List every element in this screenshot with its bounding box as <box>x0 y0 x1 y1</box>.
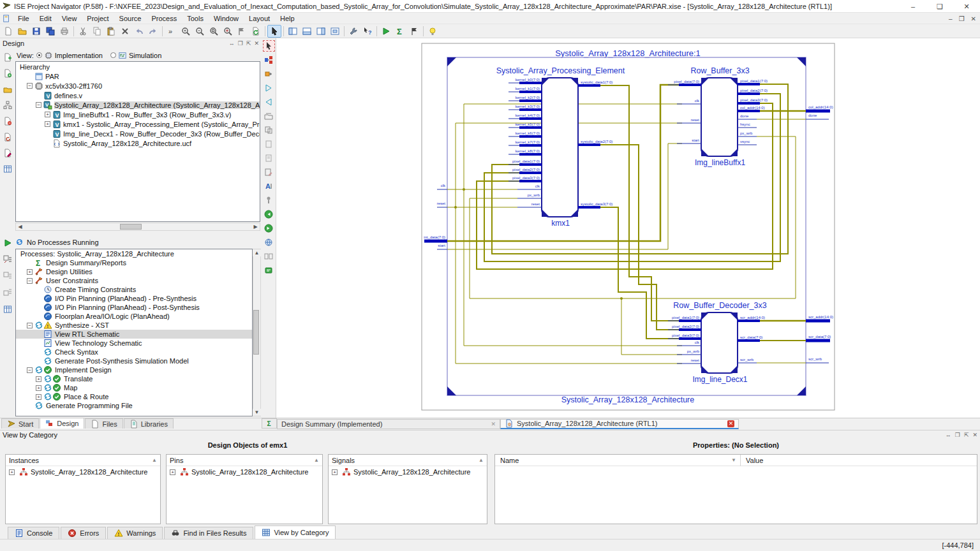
tree-item[interactable]: +Place & Route <box>16 392 252 401</box>
menu-help[interactable]: Help <box>275 14 300 23</box>
panel-close-icon[interactable]: ✕ <box>972 432 977 438</box>
collapse-icon[interactable]: − <box>27 367 33 373</box>
menu-window[interactable]: Window <box>209 14 244 23</box>
menu-file[interactable]: File <box>13 14 34 23</box>
hierarchy-blocks-button[interactable] <box>1 99 13 111</box>
port-stub[interactable] <box>806 320 830 323</box>
open-folder-button[interactable] <box>15 25 29 38</box>
mdi-close-button[interactable]: ✕ <box>971 15 976 22</box>
tree-item[interactable]: Generate Programming File <box>16 401 252 410</box>
menu-project[interactable]: Project <box>82 14 114 23</box>
menu-process[interactable]: Process <box>146 14 182 23</box>
sort-indicator-icon[interactable]: ▼ <box>731 457 740 463</box>
mdi-restore-button[interactable]: ❐ <box>959 15 965 22</box>
zoom-out-button[interactable] <box>193 25 207 38</box>
select-pointer-button[interactable] <box>263 40 275 52</box>
process-view-2-button[interactable] <box>1 270 13 282</box>
expand-icon[interactable]: + <box>45 121 50 127</box>
tree-item[interactable]: Floorplan Area/IO/Logic (PlanAhead) <box>16 312 252 321</box>
panel-tab-design[interactable]: Design <box>40 418 84 429</box>
panel-close-icon[interactable]: ✕ <box>254 40 259 47</box>
tree-item[interactable]: Systolic_Array_128x128_Architecture.ucf <box>16 138 260 148</box>
redo-button[interactable] <box>146 25 160 38</box>
collapse-icon[interactable]: − <box>36 102 41 108</box>
list-item[interactable]: +Systolic_Array_128x128_Architecture <box>6 466 160 478</box>
tree-item[interactable]: −!Synthesize - XST <box>16 321 252 330</box>
properties-value-column[interactable]: Value <box>741 457 977 464</box>
expand-icon[interactable]: + <box>170 469 175 475</box>
tree-item[interactable]: +Vkmx1 - Systolic_Array_Processing_Eleme… <box>16 119 260 129</box>
tree-item[interactable]: View Technology Schematic <box>16 339 252 348</box>
tree-item[interactable]: ΣDesign Summary/Reports <box>16 258 252 267</box>
window-minimize-button[interactable]: – <box>900 0 926 13</box>
save-button[interactable] <box>29 25 43 38</box>
run-play-button[interactable] <box>1 237 13 249</box>
sort-indicator-icon[interactable]: ▲ <box>314 457 319 463</box>
scroll-left-arrow[interactable]: ◀ <box>16 223 24 230</box>
shape-prev-button[interactable] <box>263 96 275 108</box>
tree-item[interactable]: Generate Post-Synthesis Simulation Model <box>16 356 252 365</box>
table-view-button[interactable] <box>1 304 13 315</box>
expand-icon[interactable]: + <box>9 469 15 475</box>
panel-float-icon[interactable]: ↔ <box>229 40 235 47</box>
edit-source-button[interactable] <box>1 147 13 159</box>
menu-view[interactable]: View <box>57 14 82 23</box>
scroll-thumb[interactable] <box>253 310 259 355</box>
tree-item[interactable]: −Implement Design <box>16 365 252 374</box>
panel-tab-libraries[interactable]: Libraries <box>124 418 174 429</box>
tree-item[interactable]: +Translate <box>16 374 252 383</box>
zoom-full-button[interactable] <box>221 25 235 38</box>
tree-item[interactable]: +Map <box>16 383 252 392</box>
scroll-thumb[interactable] <box>120 224 142 230</box>
panel-tab-files[interactable]: Files <box>85 418 122 429</box>
tree-item[interactable]: I/O Pin Planning (PlanAhead) - Post-Synt… <box>16 303 252 312</box>
scroll-right-arrow[interactable]: ▶ <box>251 223 260 230</box>
zoom-in-button[interactable] <box>179 25 193 38</box>
print-button[interactable] <box>57 25 71 38</box>
document-tab-2[interactable]: ⚙Systolic_Array_128x128_Architecture (RT… <box>500 419 739 429</box>
expand-icon[interactable]: + <box>36 376 41 382</box>
zoom-window-button[interactable] <box>207 25 221 38</box>
pane-split-button[interactable] <box>263 251 275 262</box>
list-item[interactable]: +Systolic_Array_128x128_Architecture <box>329 466 487 478</box>
folder-sheets-button[interactable] <box>263 110 275 122</box>
tree-item[interactable]: −VSystolic_Array_128x128_Architecture (S… <box>16 100 260 110</box>
document-tab-1[interactable]: Design Summary (Implemented)✕ <box>277 419 500 429</box>
menu-layout[interactable]: Layout <box>244 14 275 23</box>
port-stub[interactable] <box>424 240 447 243</box>
nav-forward-button[interactable] <box>263 223 275 234</box>
expand-icon[interactable]: + <box>36 385 41 391</box>
menu-tools[interactable]: Tools <box>182 14 209 23</box>
simulation-radio[interactable] <box>110 52 116 58</box>
run-play-button[interactable] <box>379 25 393 38</box>
collapse-icon[interactable]: − <box>27 323 33 328</box>
panel-maximize-icon[interactable]: ❐ <box>238 40 243 47</box>
tree-item[interactable]: +Design Utilities <box>16 267 252 276</box>
panel-float-icon[interactable]: ↔ <box>946 432 951 438</box>
page-edit-button[interactable] <box>263 166 275 178</box>
copy-button[interactable] <box>90 25 104 38</box>
collapse-icon[interactable]: − <box>27 83 33 89</box>
flag-target-button[interactable] <box>407 25 421 38</box>
sheet-page1-button[interactable] <box>263 138 275 150</box>
status-tab-find-in-files-results[interactable]: Find in Files Results <box>164 527 253 539</box>
panel-dock-icon[interactable]: ⇱ <box>246 40 251 47</box>
window-close-button[interactable]: ✕ <box>953 0 980 13</box>
status-tab-view-by-category[interactable]: View by Category <box>255 525 336 539</box>
schematic-viewport[interactable]: Systolic_Array_128x128_Architecture:1Sys… <box>262 38 980 418</box>
tab-close-icon[interactable]: ✕ <box>491 421 496 427</box>
rtl-hierarchy-button[interactable] <box>263 54 275 66</box>
rtl-schematic-canvas[interactable]: Systolic_Array_128x128_Architecture:1Sys… <box>276 38 980 418</box>
tree-item[interactable]: Vdefines.v <box>16 91 260 100</box>
refresh-view-button[interactable] <box>249 25 263 38</box>
menu-source[interactable]: Source <box>114 14 147 23</box>
panel-tab-start[interactable]: Start <box>1 418 39 429</box>
sheet-copy-button[interactable] <box>263 124 275 136</box>
menu-edit[interactable]: Edit <box>34 14 57 23</box>
pane-left-button[interactable] <box>286 25 300 38</box>
collapse-icon[interactable]: − <box>27 278 33 284</box>
tree-item[interactable]: Check Syntax <box>16 348 252 356</box>
design-horizontal-scrollbar[interactable]: ◀ ▶ <box>15 223 260 231</box>
summary-sigma-icon[interactable]: Σ <box>262 418 277 429</box>
text-tool-button[interactable]: A <box>263 180 275 192</box>
